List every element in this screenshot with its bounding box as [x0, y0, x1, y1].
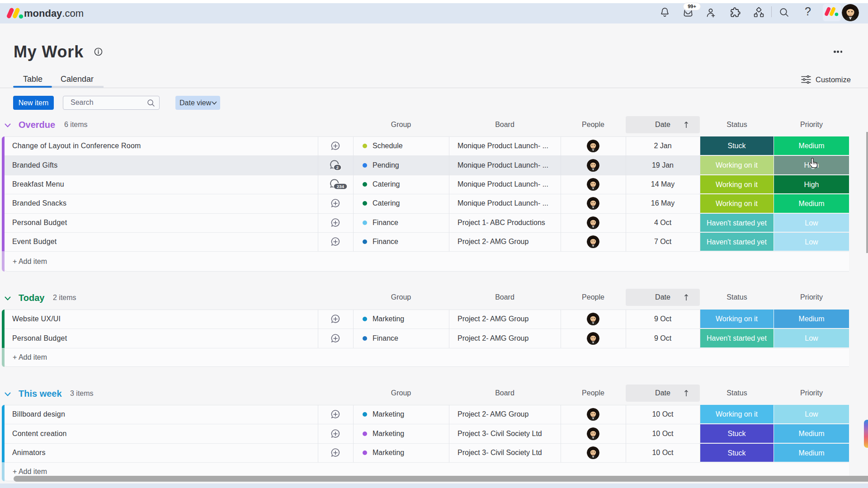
svg-text:234: 234 [337, 184, 344, 189]
svg-text:2: 2 [336, 165, 339, 170]
